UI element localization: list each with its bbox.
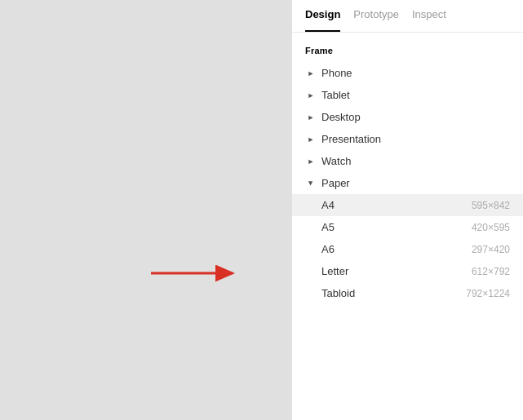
frame-item-watch[interactable]: ► Watch	[292, 150, 523, 172]
sub-item-a5-label: A5	[321, 221, 335, 233]
chevron-presentation-icon: ►	[305, 134, 317, 145]
chevron-paper-icon: ►	[305, 178, 317, 189]
sub-item-letter-label: Letter	[321, 265, 348, 277]
sub-item-letter[interactable]: Letter 612×792	[292, 260, 523, 282]
sub-item-tabloid-size: 792×1224	[466, 288, 510, 299]
frame-item-presentation[interactable]: ► Presentation	[292, 128, 523, 150]
sub-item-a4-label: A4	[321, 199, 335, 211]
frame-item-paper[interactable]: ► Paper	[292, 172, 523, 194]
arrow-annotation	[147, 253, 245, 296]
tab-prototype[interactable]: Prototype	[353, 0, 399, 32]
right-panel: Design Prototype Inspect Frame ► Phone ►…	[291, 0, 523, 420]
sub-item-a5[interactable]: A5 420×595	[292, 216, 523, 238]
tab-design[interactable]: Design	[305, 0, 340, 32]
chevron-desktop-icon: ►	[305, 112, 317, 123]
sub-item-letter-size: 612×792	[472, 266, 510, 277]
frame-paper-label: Paper	[321, 177, 350, 189]
frame-desktop-label: Desktop	[321, 111, 361, 123]
sub-item-a6-size: 297×420	[472, 244, 510, 255]
sub-item-a4[interactable]: A4 595×842	[292, 194, 523, 216]
frame-item-phone[interactable]: ► Phone	[292, 62, 523, 84]
panel-content: Frame ► Phone ► Tablet ► Desktop ► Prese…	[292, 33, 523, 420]
frame-item-desktop[interactable]: ► Desktop	[292, 106, 523, 128]
sub-item-a6[interactable]: A6 297×420	[292, 238, 523, 260]
frame-item-tablet[interactable]: ► Tablet	[292, 84, 523, 106]
canvas	[0, 0, 291, 420]
frame-phone-label: Phone	[321, 67, 352, 79]
chevron-watch-icon: ►	[305, 156, 317, 167]
sub-item-tabloid-label: Tabloid	[321, 287, 355, 299]
sub-item-a6-label: A6	[321, 243, 335, 255]
frame-tablet-label: Tablet	[321, 89, 350, 101]
sub-item-a4-size: 595×842	[472, 200, 510, 211]
chevron-tablet-icon: ►	[305, 90, 317, 101]
tabs-bar: Design Prototype Inspect	[292, 0, 523, 33]
sub-item-tabloid[interactable]: Tabloid 792×1224	[292, 282, 523, 304]
chevron-phone-icon: ►	[305, 68, 317, 79]
frame-watch-label: Watch	[321, 155, 351, 167]
sub-item-a5-size: 420×595	[472, 222, 510, 233]
section-frame-label: Frame	[292, 42, 523, 62]
tab-inspect[interactable]: Inspect	[412, 0, 446, 32]
frame-presentation-label: Presentation	[321, 133, 381, 145]
